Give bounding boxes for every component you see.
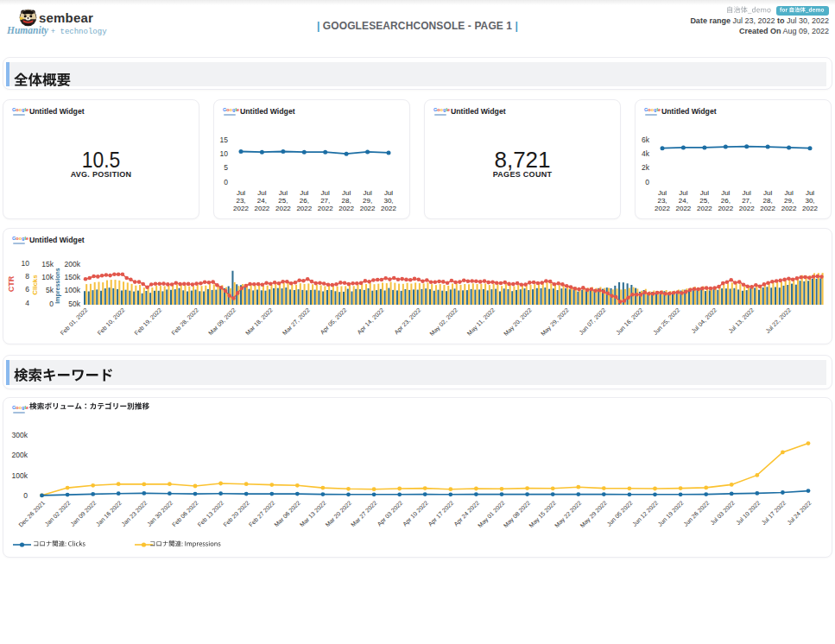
- svg-text:2022: 2022: [781, 205, 797, 212]
- svg-text:10: 10: [220, 149, 229, 158]
- svg-text:23,: 23,: [236, 197, 245, 205]
- svg-text:Feb 27 2022: Feb 27 2022: [248, 500, 276, 528]
- svg-text:Feb 13 2022: Feb 13 2022: [197, 500, 225, 528]
- svg-text:Jul: Jul: [321, 189, 330, 197]
- svg-text:4: 4: [25, 299, 29, 307]
- svg-text:4k: 4k: [642, 149, 650, 158]
- svg-text:Apr 10 2022: Apr 10 2022: [402, 500, 430, 528]
- svg-text:Dec 26 2021: Dec 26 2021: [17, 500, 46, 528]
- svg-text:Feb 06 2022: Feb 06 2022: [171, 500, 199, 528]
- svg-text:28,: 28,: [763, 197, 773, 205]
- svg-text:Clicks: Clicks: [31, 275, 39, 295]
- svg-text:24,: 24,: [679, 197, 688, 205]
- svg-text:100k: 100k: [65, 286, 81, 294]
- svg-text:30,: 30,: [383, 197, 393, 205]
- svg-text:Jul: Jul: [743, 189, 751, 197]
- svg-text:May 02, 2022: May 02, 2022: [428, 306, 459, 338]
- svg-text:2022: 2022: [338, 205, 354, 212]
- svg-text:Jul: Jul: [279, 189, 288, 197]
- svg-text:Jul 17 2022: Jul 17 2022: [761, 500, 788, 527]
- svg-text:Jun 07, 2022: Jun 07, 2022: [578, 306, 607, 336]
- svg-text:Apr 05, 2022: Apr 05, 2022: [319, 306, 349, 336]
- svg-text:5: 5: [224, 163, 228, 172]
- svg-text:2022: 2022: [655, 205, 670, 212]
- svg-text:25,: 25,: [278, 197, 288, 205]
- svg-text:2022: 2022: [255, 205, 270, 212]
- svg-text:Feb 20 2022: Feb 20 2022: [222, 500, 250, 528]
- svg-text:2022: 2022: [697, 205, 712, 212]
- svg-text:Jul: Jul: [700, 189, 709, 197]
- svg-text:2022: 2022: [296, 205, 312, 212]
- svg-text:6k: 6k: [642, 136, 650, 144]
- svg-text:2022: 2022: [718, 205, 733, 212]
- svg-text:10: 10: [22, 259, 30, 268]
- svg-text:10k: 10k: [41, 273, 54, 281]
- svg-text:5k: 5k: [46, 286, 54, 294]
- svg-text:300k: 300k: [12, 431, 28, 439]
- svg-text:29,: 29,: [784, 197, 794, 205]
- svg-text:200k: 200k: [65, 260, 81, 268]
- svg-text:Jul: Jul: [806, 189, 814, 197]
- svg-text:Apr 23, 2022: Apr 23, 2022: [393, 306, 422, 336]
- svg-text:29,: 29,: [363, 197, 372, 205]
- svg-text:2022: 2022: [676, 205, 692, 212]
- svg-text:200k: 200k: [12, 451, 28, 459]
- svg-text:Apr 03 2022: Apr 03 2022: [376, 500, 404, 528]
- svg-text:Jun 12 2022: Jun 12 2022: [631, 500, 659, 527]
- svg-text:Jan 02 2022: Jan 02 2022: [44, 500, 72, 527]
- svg-text:Feb 28, 2022: Feb 28, 2022: [170, 306, 199, 336]
- svg-text:0: 0: [645, 178, 649, 186]
- svg-text:23,: 23,: [657, 197, 667, 205]
- svg-text:28,: 28,: [342, 197, 351, 205]
- svg-text:May 29, 2022: May 29, 2022: [540, 306, 571, 338]
- svg-text:25,: 25,: [699, 197, 709, 205]
- svg-text:2022: 2022: [318, 205, 333, 212]
- svg-text:Feb 10, 2022: Feb 10, 2022: [96, 306, 125, 336]
- svg-text:Jan 23 2022: Jan 23 2022: [120, 500, 148, 527]
- svg-text:15k: 15k: [41, 260, 54, 268]
- svg-text:Jan 30 2022: Jan 30 2022: [146, 500, 174, 527]
- svg-text:Jul: Jul: [784, 189, 793, 197]
- svg-text:150k: 150k: [65, 273, 81, 281]
- svg-text:CTR: CTR: [7, 275, 16, 292]
- svg-text:100k: 100k: [12, 471, 28, 480]
- svg-text:8: 8: [25, 272, 29, 281]
- svg-text:0: 0: [23, 491, 28, 500]
- svg-text:Apr 14, 2022: Apr 14, 2022: [356, 306, 385, 336]
- svg-text:Jul 24 2022: Jul 24 2022: [786, 500, 813, 527]
- svg-text:Jul: Jul: [342, 189, 351, 197]
- svg-text:Jul: Jul: [763, 189, 772, 197]
- svg-text:Mar 13 2022: Mar 13 2022: [299, 500, 327, 528]
- svg-text:Jul: Jul: [363, 189, 371, 197]
- svg-text:50k: 50k: [68, 300, 80, 308]
- svg-text:Jul: Jul: [257, 189, 266, 197]
- svg-text:Jul: Jul: [237, 189, 245, 197]
- svg-text:26,: 26,: [721, 197, 731, 205]
- svg-text:0: 0: [224, 178, 228, 186]
- svg-text:May 20, 2022: May 20, 2022: [503, 306, 534, 338]
- svg-text:Jan 09 2022: Jan 09 2022: [69, 500, 97, 527]
- svg-text:Jun 26 2022: Jun 26 2022: [682, 500, 710, 527]
- svg-text:Mar 20 2022: Mar 20 2022: [324, 500, 352, 528]
- svg-text:Mar 06 2022: Mar 06 2022: [273, 500, 301, 528]
- svg-text:May 29 2022: May 29 2022: [579, 500, 608, 529]
- svg-text:2022: 2022: [381, 205, 396, 212]
- svg-text:26,: 26,: [300, 197, 309, 205]
- svg-text:May 11, 2022: May 11, 2022: [466, 306, 497, 337]
- svg-text:Mar 18, 2022: Mar 18, 2022: [244, 306, 274, 336]
- svg-text:2022: 2022: [802, 205, 818, 212]
- svg-text:Jul 03 2022: Jul 03 2022: [709, 500, 736, 527]
- svg-text:Jul: Jul: [679, 189, 687, 197]
- svg-text:Mar 27, 2022: Mar 27, 2022: [281, 306, 311, 336]
- svg-text:Jul: Jul: [300, 189, 308, 197]
- svg-text:27,: 27,: [320, 197, 330, 205]
- svg-text:27,: 27,: [742, 197, 751, 205]
- svg-text:Jun 19 2022: Jun 19 2022: [657, 500, 685, 527]
- svg-text:2022: 2022: [360, 205, 376, 212]
- svg-text:2022: 2022: [739, 205, 755, 212]
- svg-text:Jul: Jul: [384, 189, 393, 197]
- svg-text:Jul 10 2022: Jul 10 2022: [735, 500, 762, 527]
- svg-text:Feb 01, 2022: Feb 01, 2022: [60, 306, 89, 336]
- svg-text:24,: 24,: [257, 197, 267, 205]
- svg-text:Jul 04, 2022: Jul 04, 2022: [690, 306, 718, 334]
